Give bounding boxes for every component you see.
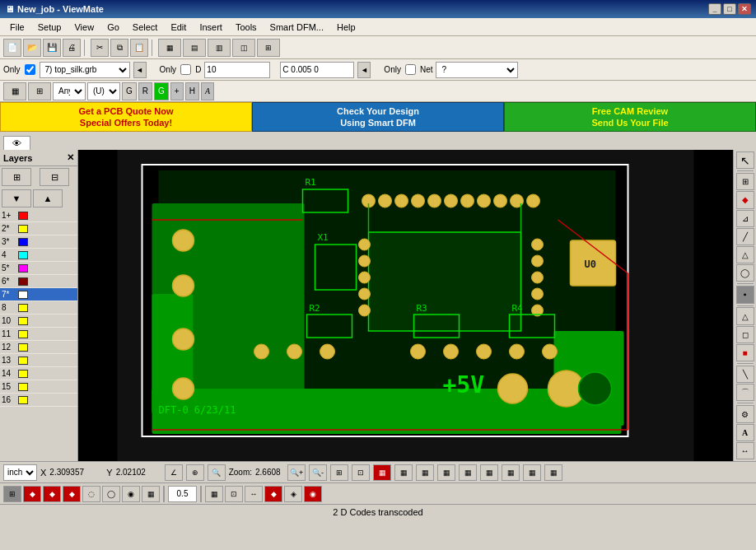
layer-down-btn[interactable]: ▼ (2, 189, 31, 207)
layers-close-button[interactable]: ✕ (67, 152, 74, 163)
layer-tog-btn9[interactable]: ▦ (544, 464, 562, 481)
bt2-btn14[interactable]: ◉ (304, 486, 322, 502)
bt2-btn11[interactable]: ↔ (245, 486, 263, 502)
rt-btn8[interactable]: ▪ (736, 286, 754, 303)
layer-row[interactable]: 7* (0, 288, 77, 301)
layer-checkbox2[interactable] (180, 64, 191, 75)
mode-r1-btn[interactable]: R (138, 82, 152, 100)
maximize-button[interactable]: □ (723, 3, 736, 15)
rt-btn13[interactable]: ⌒ (736, 384, 754, 401)
layer-tog-btn2[interactable]: ▦ (394, 464, 413, 481)
layer-tog-btn4[interactable]: ▦ (437, 464, 455, 481)
layer-nav-btn1[interactable]: ⊞ (2, 168, 31, 186)
copy-button[interactable]: ⧉ (110, 39, 128, 57)
rt-btn3[interactable]: ◆ (736, 191, 754, 208)
coord-arrow[interactable]: ◄ (357, 62, 371, 78)
mode-plus-btn[interactable]: + (170, 82, 184, 100)
layer-btn2[interactable]: ▤ (183, 39, 206, 57)
pcb-quote-btn[interactable]: Get a PCB Quote Now Special Offers Today… (0, 102, 252, 132)
pcb-canvas[interactable]: R1 (78, 150, 733, 461)
cam-review-btn[interactable]: Free CAM Review Send Us Your File (504, 102, 756, 132)
layer-btn1[interactable]: ▦ (158, 39, 181, 57)
bt2-btn6[interactable]: ◯ (102, 486, 120, 502)
layer-select[interactable]: 7) top_silk.grb (40, 62, 130, 78)
layer-checkbox1[interactable] (25, 64, 35, 75)
bt2-btn8[interactable]: ▦ (142, 486, 160, 502)
cut-button[interactable]: ✂ (91, 39, 109, 57)
menu-file[interactable]: File (3, 21, 31, 34)
rt-btn2[interactable]: ⊞ (736, 173, 754, 190)
rt-btn6[interactable]: △ (736, 246, 754, 263)
bt2-btn10[interactable]: ⊡ (225, 486, 243, 502)
layer-row[interactable]: 1+ (0, 209, 77, 222)
layer-tog-btn3[interactable]: ▦ (416, 464, 434, 481)
angle-icon[interactable]: ∠ (165, 464, 183, 481)
open-button[interactable]: 📂 (23, 39, 41, 57)
mode-h-btn[interactable]: H (185, 82, 199, 100)
select-tool[interactable]: ↖ (736, 151, 754, 169)
menu-select[interactable]: Select (126, 21, 165, 34)
layer-row[interactable]: 12 (0, 341, 77, 354)
bt2-btn2[interactable]: ◆ (23, 486, 41, 502)
layer-tog-btn8[interactable]: ▦ (523, 464, 541, 481)
layer-row[interactable]: 16 (0, 394, 77, 407)
bt2-btn12[interactable]: ◆ (264, 486, 282, 502)
print-button[interactable]: 🖨 (63, 39, 81, 57)
smart-dfm-btn[interactable]: Check Your Design Using Smart DFM (252, 102, 504, 132)
rt-btn10[interactable]: ◻ (736, 326, 754, 343)
mode-select2[interactable]: (U) (87, 82, 120, 100)
unit-select[interactable]: inch (3, 464, 37, 481)
menu-go[interactable]: Go (100, 21, 126, 34)
mode-a-btn[interactable]: A (201, 82, 214, 100)
menu-edit[interactable]: Edit (164, 21, 193, 34)
layer-row[interactable]: 4 (0, 249, 77, 262)
menu-view[interactable]: View (68, 21, 100, 34)
close-button[interactable]: ✕ (738, 3, 751, 15)
layer-row[interactable]: 8 (0, 301, 77, 315)
rt-btn9[interactable]: △ (736, 307, 754, 324)
menu-setup[interactable]: Setup (31, 21, 68, 34)
mode-select1[interactable]: Any (53, 82, 86, 100)
crosshair-icon[interactable]: ⊕ (186, 464, 204, 481)
layer-tog-btn1[interactable]: ▦ (373, 464, 391, 481)
zoom-fit2-btn[interactable]: ⊡ (352, 464, 370, 481)
layer-row[interactable]: 14 (0, 367, 77, 380)
layer-btn5[interactable]: ⊞ (257, 39, 280, 57)
zoom-in-btn[interactable]: 🔍+ (287, 464, 306, 481)
mode-g-btn[interactable]: G (122, 82, 137, 100)
rt-btn4[interactable]: ⊿ (736, 210, 754, 227)
net-select[interactable]: ? (436, 62, 518, 78)
rt-measure-btn[interactable]: ↔ (736, 442, 754, 459)
layer-row[interactable]: 15 (0, 380, 77, 394)
menu-insert[interactable]: Insert (193, 21, 229, 34)
rt-btn5[interactable]: ╱ (736, 228, 754, 245)
bt2-btn1[interactable]: ⊞ (3, 486, 21, 502)
bt2-btn13[interactable]: ◈ (284, 486, 302, 502)
layer-tog-btn5[interactable]: ▦ (459, 464, 477, 481)
zoom-fit-btn[interactable]: ⊞ (330, 464, 348, 481)
magnet-icon[interactable]: 🔍 (208, 464, 226, 481)
layer-btn4[interactable]: ◫ (232, 39, 255, 57)
bt2-btn4[interactable]: ◆ (63, 486, 81, 502)
bt2-btn9[interactable]: ▦ (205, 486, 223, 502)
layer-tog-btn7[interactable]: ▦ (502, 464, 520, 481)
layer-row[interactable]: 3* (0, 235, 77, 249)
rt-text-btn[interactable]: A (736, 424, 754, 441)
rt-btn7[interactable]: ◯ (736, 264, 754, 282)
layer-row[interactable]: 13 (0, 354, 77, 367)
layer-up-btn[interactable]: ▲ (33, 189, 63, 207)
layer-row[interactable]: 5* (0, 262, 77, 275)
save-button[interactable]: 💾 (43, 39, 61, 57)
increment-input[interactable] (168, 486, 197, 502)
bt2-btn5[interactable]: ◌ (82, 486, 100, 502)
layer-row[interactable]: 10 (0, 315, 77, 328)
menu-smartdfm[interactable]: Smart DFM... (264, 21, 330, 34)
layer-prev[interactable]: ◄ (133, 62, 147, 78)
bt2-btn7[interactable]: ◉ (122, 486, 140, 502)
mode-g2-btn[interactable]: G (154, 82, 169, 100)
grid-icon[interactable]: ▦ (3, 82, 26, 100)
menu-help[interactable]: Help (330, 21, 362, 34)
gear-icon[interactable]: ⚙ (736, 405, 754, 422)
bt2-btn3[interactable]: ◆ (43, 486, 61, 502)
menu-tools[interactable]: Tools (229, 21, 264, 34)
